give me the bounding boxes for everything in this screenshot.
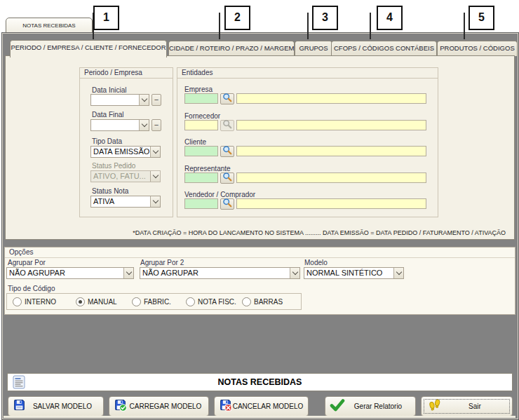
callout-box-2: 2 — [224, 6, 250, 30]
search-icon — [222, 119, 232, 132]
report-icon[interactable] — [12, 375, 26, 392]
tab-produtos-codigos[interactable]: PRODUTOS / CÓDIGOS — [437, 41, 518, 56]
radio-icon — [13, 297, 22, 306]
chevron-down-icon[interactable] — [139, 95, 149, 105]
agrupar-por-2-value: NÃO AGRUPAR — [140, 268, 290, 278]
chevron-down-icon[interactable] — [150, 196, 160, 207]
cancelar-modelo-button[interactable]: CANCELAR MODELO — [214, 396, 309, 416]
callout-box-1: 1 — [93, 6, 119, 30]
callout-line-5 — [464, 13, 465, 39]
radio-icon — [242, 297, 251, 306]
tipo-codigo-group: INTERNO MANUAL FABRIC. NOTA FISC. BARRAS — [6, 293, 302, 310]
radio-barras[interactable]: BARRAS — [242, 297, 283, 306]
chevron-down-icon[interactable] — [150, 147, 160, 157]
report-title: NOTAS RECEBIDAS — [8, 374, 512, 391]
group-opcoes: Opções Agrupar Por NÃO AGRUPAR Agrupar P… — [4, 247, 515, 315]
radio-interno[interactable]: INTERNO — [13, 297, 56, 306]
window-tab-notas-recebidas[interactable]: NOTAS RECEBIDAS — [6, 18, 93, 34]
cliente-label: Cliente — [184, 138, 206, 146]
tab-cfops-codigos-contabeis[interactable]: CFOPS / CÓDIGOS CONTÁBEIS — [331, 41, 437, 56]
callout-line-2 — [219, 13, 220, 39]
cancelar-modelo-label: CANCELAR MODELO — [232, 402, 304, 410]
modelo-label: Modelo — [304, 259, 328, 266]
cancel-floppy-x-icon — [219, 398, 232, 414]
callout-box-5: 5 — [469, 6, 494, 30]
sair-label: Sair — [442, 402, 508, 410]
radio-nota-fisc-label: NOTA FISC. — [198, 298, 236, 306]
chevron-down-icon[interactable] — [393, 268, 403, 278]
chevron-down-icon[interactable] — [123, 268, 133, 278]
group-periodo-empresa: Periodo / Empresa Data Inicial − Data Fi… — [79, 67, 173, 217]
data-final-input[interactable] — [90, 119, 149, 131]
sair-button[interactable]: Sair — [421, 396, 513, 416]
search-icon — [222, 172, 232, 184]
footprints-icon — [428, 399, 442, 414]
agrupar-por-2-label: Agrupar Por 2 — [140, 259, 184, 266]
status-pedido-value: ATIVO, FATU... — [91, 171, 150, 182]
agrupar-por-select[interactable]: NÃO AGRUPAR — [6, 267, 134, 279]
save-floppy-icon — [13, 398, 26, 414]
radio-fabric[interactable]: FABRIC. — [132, 297, 171, 306]
data-inicial-clear-button[interactable]: − — [151, 94, 161, 106]
green-check-icon — [330, 399, 345, 414]
status-nota-value: ATIVA — [91, 196, 150, 207]
fornecedor-name-field[interactable] — [236, 120, 426, 130]
empresa-label: Empresa — [184, 86, 213, 93]
tab-grupos[interactable]: GRUPOS — [295, 41, 332, 56]
fornecedor-lookup-button — [220, 120, 234, 131]
tipo-data-value: DATA EMISSÃO — [91, 147, 150, 157]
group-periodo-title: Periodo / Empresa — [80, 68, 173, 79]
tab-page-periodo: Periodo / Empresa Data Inicial − Data Fi… — [5, 55, 515, 240]
status-nota-select[interactable]: ATIVA — [90, 196, 161, 208]
vendedor-name-field[interactable] — [236, 198, 426, 209]
gerar-relatorio-label: Gerar Relatorio — [345, 402, 411, 410]
tab-periodo-empresa-cliente-fornecedor[interactable]: PERIODO / EMPRESA / CLIENTE / FORNECEDOR — [10, 40, 167, 57]
cliente-lookup-button[interactable] — [220, 146, 234, 157]
tipo-codigo-label: Tipo de Código — [8, 285, 55, 292]
vendedor-lookup-button[interactable] — [220, 198, 234, 210]
radio-icon — [186, 297, 195, 306]
radio-interno-label: INTERNO — [25, 298, 56, 306]
tab-cidade-roteiro-prazo-margem[interactable]: CIDADE / ROTEIRO / PRAZO / MARGEM — [168, 41, 295, 56]
modelo-select[interactable]: NORMAL SINTÉTICO — [304, 267, 404, 279]
empresa-name-field[interactable] — [236, 93, 426, 104]
radio-manual[interactable]: MANUAL — [76, 297, 117, 306]
data-final-label: Data Final — [92, 111, 124, 118]
data-criacao-note: *DATA CRIAÇÃO = HORA DO LANCAMENTO NO SI… — [6, 229, 510, 236]
data-inicial-input[interactable] — [90, 94, 149, 106]
representante-code-field[interactable] — [184, 172, 218, 183]
representante-name-field[interactable] — [236, 172, 426, 183]
cliente-code-field[interactable] — [184, 146, 218, 156]
salvar-modelo-button[interactable]: SALVAR MODELO — [8, 396, 104, 416]
modelo-value: NORMAL SINTÉTICO — [304, 268, 393, 278]
gerar-relatorio-button[interactable]: Gerar Relatorio — [325, 396, 416, 416]
report-title-bar: NOTAS RECEBIDAS — [7, 373, 513, 391]
chevron-down-icon[interactable] — [290, 268, 299, 278]
load-floppy-check-icon — [114, 398, 127, 414]
group-entidades: Entidades Empresa Fornecedor Cliente — [177, 67, 438, 217]
vendedor-comprador-label: Vendedor / Comprador — [184, 191, 255, 198]
chevron-down-icon — [150, 171, 160, 182]
representante-lookup-button[interactable] — [220, 172, 234, 184]
radio-nota-fisc[interactable]: NOTA FISC. — [186, 297, 236, 306]
main-window: PERIODO / EMPRESA / CLIENTE / FORNECEDOR… — [1, 32, 519, 420]
tipo-data-label: Tipo Data — [92, 137, 122, 145]
status-pedido-select: ATIVO, FATU... — [90, 170, 161, 182]
tipo-data-select[interactable]: DATA EMISSÃO — [90, 146, 161, 158]
status-pedido-label: Status Pedido — [92, 162, 135, 170]
callout-box-4: 4 — [377, 6, 403, 30]
cliente-name-field[interactable] — [236, 146, 426, 156]
vendedor-code-field[interactable] — [184, 198, 218, 209]
agrupar-por-label: Agrupar Por — [8, 259, 46, 266]
agrupar-por-value: NÃO AGRUPAR — [7, 268, 123, 278]
empresa-code-field[interactable] — [184, 93, 218, 104]
data-final-clear-button[interactable]: − — [151, 119, 161, 131]
radio-selected-icon — [76, 297, 85, 306]
data-final-value — [91, 120, 139, 130]
group-opcoes-title: Opções — [5, 248, 515, 258]
empresa-lookup-button[interactable] — [220, 93, 234, 104]
chevron-down-icon[interactable] — [139, 120, 149, 130]
data-inicial-label: Data Inicial — [92, 86, 126, 94]
carregar-modelo-button[interactable]: CARREGAR MODELO — [109, 396, 209, 416]
agrupar-por-2-select[interactable]: NÃO AGRUPAR — [140, 267, 300, 279]
